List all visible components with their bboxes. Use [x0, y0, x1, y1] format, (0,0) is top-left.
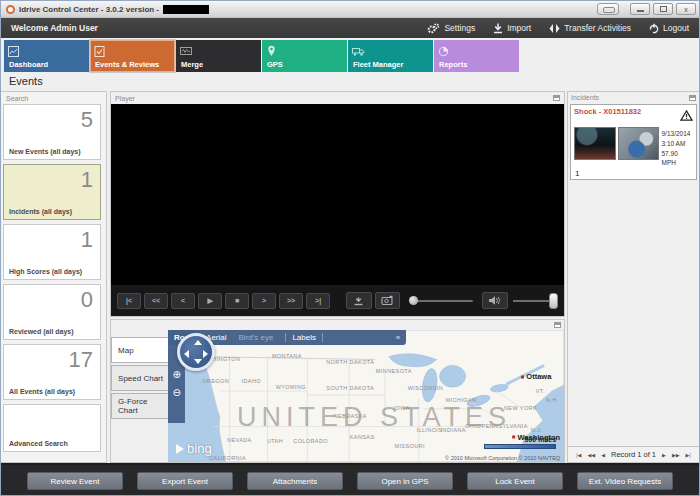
- toolbar-collapse-icon[interactable]: «: [396, 333, 400, 342]
- search-filter-card[interactable]: 1 High Scores (all days): [3, 224, 101, 280]
- snapshot-button[interactable]: [375, 292, 401, 309]
- map-place-label: ILLINOIS: [417, 427, 443, 433]
- close-button[interactable]: x: [676, 3, 696, 15]
- seek-thumb[interactable]: [409, 296, 418, 305]
- action-button[interactable]: Ext. Video Requests: [577, 472, 673, 490]
- transport-buttons: |< << < ▶ ■ > >>: [117, 293, 330, 309]
- search-filter-card[interactable]: 5 New Events (all days): [3, 104, 101, 160]
- volume-thumb[interactable]: [549, 293, 558, 309]
- app-window: Idrive Control Center - 3.0.2 version - …: [0, 0, 700, 496]
- volume-slider[interactable]: [513, 292, 559, 310]
- tab-gps[interactable]: GPS: [262, 40, 347, 72]
- map-viewport[interactable]: UNITED STATES WASHINGTON MONTANA NORTH D…: [168, 330, 564, 462]
- map-place-label: Ottawa: [521, 372, 551, 381]
- import-label: Import: [507, 23, 531, 33]
- map-pan-control[interactable]: [177, 333, 215, 371]
- download-icon: [353, 296, 364, 306]
- pie-chart-icon: [438, 43, 449, 61]
- player-panel: Player |< << < ▶: [110, 91, 565, 317]
- settings-button[interactable]: Settings: [427, 23, 475, 34]
- map-style-option[interactable]: Bird's eye: [239, 333, 274, 342]
- warning-icon: [680, 107, 693, 125]
- collapse-panel-icon[interactable]: [554, 322, 561, 328]
- tab-dashboard[interactable]: Dashboard: [4, 40, 89, 72]
- checklist-icon: [94, 43, 105, 61]
- scale-label: 500 miles: [484, 436, 556, 443]
- pin-button[interactable]: [597, 3, 619, 15]
- map-place-label: NORTH DAKOTA: [326, 359, 374, 365]
- record-nav-forward-group: ▶▶▶▶|: [662, 452, 691, 458]
- cabin-thumbnail[interactable]: [618, 127, 660, 160]
- import-button[interactable]: Import: [493, 23, 531, 34]
- search-filter-card[interactable]: 1 Incidents (all days): [3, 164, 101, 220]
- tab-label: Dashboard: [9, 60, 48, 69]
- merge-icon: [180, 43, 192, 61]
- collapse-panel-icon[interactable]: [689, 95, 696, 101]
- event-count: 5: [81, 107, 93, 133]
- pan-up-icon[interactable]: [194, 340, 202, 345]
- map-tab-label: G-Force Chart: [118, 397, 168, 415]
- action-button[interactable]: Lock Event: [467, 472, 563, 490]
- map-style-option[interactable]: Labels: [285, 333, 323, 342]
- incident-speed: 57.90 MPH: [661, 149, 693, 169]
- tab-reports[interactable]: Reports: [434, 40, 519, 72]
- map-view-tab[interactable]: Speed Chart: [111, 365, 168, 391]
- incident-card[interactable]: Shock - X01511832 9/13/2014 3:10 AM 57.9…: [570, 104, 697, 180]
- window-title: Idrive Control Center - 3.0.2 version -: [19, 5, 159, 14]
- zoom-out-icon[interactable]: ⊖: [172, 388, 180, 398]
- record-nav-back-group: |◀◀◀◀: [576, 452, 605, 458]
- transport-button[interactable]: <: [171, 293, 195, 309]
- map-view-tab[interactable]: G-Force Chart: [111, 393, 168, 419]
- zoom-in-icon[interactable]: ⊕: [172, 370, 180, 380]
- map-place-label: MINNESOTA: [376, 368, 412, 374]
- transport-button[interactable]: >>: [279, 293, 303, 309]
- search-filter-card[interactable]: 17 All Events (all days): [3, 344, 101, 400]
- download-video-button[interactable]: [346, 292, 372, 309]
- app-header: Welcome Admin User Settings Import Trans…: [1, 18, 699, 38]
- transport-button[interactable]: >: [252, 293, 276, 309]
- record-nav-forward-icon[interactable]: ▶|: [686, 452, 691, 458]
- collapse-panel-icon[interactable]: [553, 95, 560, 101]
- pan-down-icon[interactable]: [194, 359, 202, 364]
- record-nav-back-icon[interactable]: ◀◀: [587, 452, 595, 458]
- transport-button[interactable]: ▶: [198, 293, 222, 309]
- record-nav-forward-icon[interactable]: ▶▶: [672, 452, 680, 458]
- transport-button[interactable]: >|: [306, 293, 330, 309]
- transfer-activities-button[interactable]: Transfer Activities: [549, 23, 631, 34]
- map-view-tab[interactable]: Map: [111, 337, 168, 363]
- maximize-button[interactable]: [653, 3, 673, 15]
- advanced-search-card[interactable]: Advanced Search: [3, 404, 101, 452]
- search-filter-card[interactable]: 0 Reviewed (all days): [3, 284, 101, 340]
- transport-button[interactable]: ■: [225, 293, 249, 309]
- action-button[interactable]: Attachments: [247, 472, 343, 490]
- mute-button[interactable]: [482, 292, 508, 309]
- tab-fleet-manager[interactable]: Fleet Manager: [348, 40, 433, 72]
- camera-icon: [381, 295, 394, 306]
- seek-slider[interactable]: [409, 293, 472, 309]
- pan-left-icon[interactable]: [184, 350, 189, 358]
- map-place-label: KANSAS: [350, 434, 375, 440]
- map-place-label: VT.: [536, 388, 545, 394]
- logout-button[interactable]: Logout: [649, 23, 689, 34]
- transport-button[interactable]: <<: [144, 293, 168, 309]
- record-nav-back-icon[interactable]: |◀: [576, 452, 581, 458]
- event-count: 17: [69, 347, 93, 373]
- map-place-label: NEBRASKA: [334, 413, 367, 419]
- record-position-label: Record 1 of 1: [611, 450, 656, 459]
- minimize-button[interactable]: [630, 3, 650, 15]
- tab-merge[interactable]: Merge: [176, 40, 261, 72]
- tab-events-reviews[interactable]: Events & Reviews: [90, 40, 175, 72]
- map-tab-label: Speed Chart: [118, 374, 163, 383]
- action-button[interactable]: Open in GPS: [357, 472, 453, 490]
- action-button[interactable]: Review Event: [27, 472, 123, 490]
- record-nav-forward-icon[interactable]: ▶: [662, 452, 666, 458]
- scale-bar: [484, 444, 556, 449]
- action-button[interactable]: Export Event: [137, 472, 233, 490]
- record-nav-back-icon[interactable]: ◀: [601, 452, 605, 458]
- incident-meta: 9/13/2014 3:10 AM 57.90 MPH: [661, 127, 693, 168]
- bing-logo-text: bing: [187, 441, 212, 456]
- pan-right-icon[interactable]: [203, 350, 208, 358]
- exterior-thumbnail[interactable]: [574, 127, 616, 160]
- transport-button[interactable]: |<: [117, 293, 141, 309]
- video-display[interactable]: [111, 104, 564, 284]
